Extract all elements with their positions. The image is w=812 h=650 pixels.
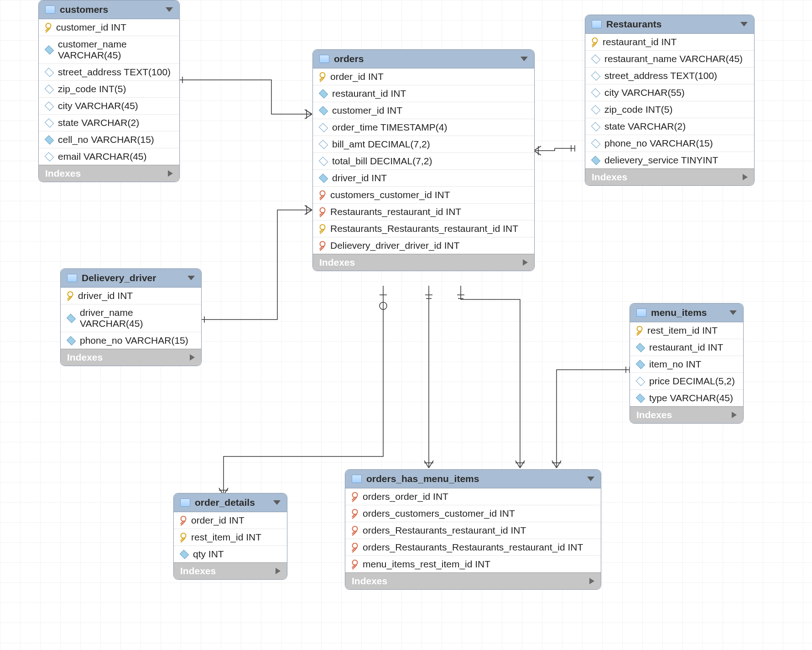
column-icon: [591, 122, 601, 131]
table-header[interactable]: customers: [39, 0, 179, 19]
column-label: item_no INT: [649, 359, 701, 370]
table-restaurants[interactable]: Restaurants restaurant_id INT restaurant…: [585, 15, 755, 186]
column-label: Restaurants_Restaurants_restaurant_id IN…: [330, 223, 518, 234]
column-label: restaurant_id INT: [603, 37, 677, 47]
column: rest_item_id INT: [630, 322, 743, 339]
column: orders_customers_customer_id INT: [345, 505, 601, 522]
column-icon: [636, 377, 645, 386]
chevron-down-icon[interactable]: [187, 276, 195, 280]
table-order-details[interactable]: order_details order_id INT rest_item_id …: [173, 493, 287, 580]
column: zip_code INT(5): [585, 101, 754, 118]
table-delivery-driver[interactable]: Delievery_driver driver_id INT driver_na…: [60, 268, 202, 366]
chevron-down-icon[interactable]: [740, 22, 748, 26]
column-icon: [636, 360, 645, 369]
column-icon: [45, 101, 54, 111]
column-label: order_id INT: [191, 515, 245, 526]
column-label: orders_customers_customer_id INT: [363, 508, 515, 519]
column: city VARCHAR(45): [39, 97, 179, 114]
chevron-down-icon[interactable]: [729, 310, 737, 315]
table-icon: [319, 55, 329, 63]
erd-canvas[interactable]: { "footer_label": "Indexes", "tables": {…: [0, 0, 812, 650]
column-icon: [319, 89, 328, 99]
table-title: orders: [334, 53, 364, 64]
table-header[interactable]: orders: [313, 50, 534, 68]
chevron-down-icon[interactable]: [521, 57, 528, 61]
table-icon: [180, 498, 190, 507]
chevron-right-icon: [523, 259, 528, 266]
indexes-section[interactable]: Indexes: [313, 254, 534, 271]
column-label: zip_code INT(5): [58, 84, 126, 94]
primary-key-icon: [179, 533, 188, 542]
column: orders_Restaurants_Restaurants_restauran…: [345, 539, 601, 556]
column: Delievery_driver_driver_id INT: [313, 237, 534, 254]
column: customer_name VARCHAR(45): [39, 36, 179, 63]
column: customers_customer_id INT: [313, 186, 534, 203]
column: state VARCHAR(2): [39, 114, 179, 131]
column-label: customer_name VARCHAR(45): [58, 39, 173, 61]
column: restaurant_name VARCHAR(45): [585, 50, 754, 67]
foreign-key-icon: [179, 516, 188, 525]
column-icon: [319, 140, 328, 149]
column-label: total_bill DECIMAL(7,2): [332, 156, 432, 167]
indexes-section[interactable]: Indexes: [585, 168, 754, 185]
column-icon: [591, 105, 601, 115]
column-label: order_id INT: [330, 71, 384, 82]
table-header[interactable]: order_details: [174, 493, 287, 512]
column-icon: [591, 88, 601, 98]
column: delievery_service TINYINT: [585, 152, 754, 168]
indexes-label: Indexes: [180, 566, 216, 577]
column-label: phone_no VARCHAR(15): [604, 138, 713, 149]
column: cell_no VARCHAR(15): [39, 131, 179, 148]
column-label: price DECIMAL(5,2): [649, 376, 735, 387]
column-label: street_address TEXT(100): [58, 67, 171, 78]
table-icon: [636, 309, 646, 317]
column-label: Restaurants_restaurant_id INT: [330, 206, 461, 217]
table-menu-items[interactable]: menu_items rest_item_id INT restaurant_i…: [630, 303, 744, 424]
column: driver_id INT: [313, 169, 534, 186]
column-label: driver_id INT: [332, 173, 387, 183]
column: rest_item_id INT: [174, 529, 287, 545]
column-icon: [45, 84, 54, 94]
column-label: driver_id INT: [78, 290, 133, 301]
column: price DECIMAL(5,2): [630, 372, 743, 389]
table-header[interactable]: menu_items: [630, 304, 743, 322]
chevron-down-icon[interactable]: [587, 477, 594, 481]
table-icon: [45, 5, 55, 14]
table-icon: [352, 475, 362, 483]
table-header[interactable]: Delievery_driver: [61, 269, 201, 288]
column: driver_id INT: [61, 288, 201, 304]
primary-key-icon: [44, 23, 53, 32]
chevron-down-icon[interactable]: [273, 500, 281, 505]
column-label: customer_id INT: [332, 105, 402, 116]
chevron-down-icon[interactable]: [166, 7, 173, 12]
table-header[interactable]: orders_has_menu_items: [345, 470, 601, 488]
table-columns: rest_item_id INT restaurant_id INT item_…: [630, 322, 743, 406]
indexes-label: Indexes: [352, 576, 387, 587]
column-icon: [636, 343, 645, 352]
column-icon: [591, 139, 601, 148]
column-label: rest_item_id INT: [647, 325, 718, 336]
column-label: rest_item_id INT: [191, 532, 261, 543]
column-label: state VARCHAR(2): [604, 121, 686, 132]
foreign-key-icon: [318, 207, 327, 216]
table-header[interactable]: Restaurants: [585, 15, 754, 34]
table-title: orders_has_menu_items: [366, 473, 479, 484]
indexes-section[interactable]: Indexes: [61, 349, 201, 366]
indexes-section[interactable]: Indexes: [630, 406, 743, 423]
column: restaurant_id INT: [313, 85, 534, 102]
indexes-section[interactable]: Indexes: [345, 572, 601, 589]
column-icon: [45, 68, 54, 77]
table-orders-has-menu-items[interactable]: orders_has_menu_items orders_order_id IN…: [345, 469, 601, 590]
indexes-section[interactable]: Indexes: [174, 562, 287, 579]
column: phone_no VARCHAR(15): [585, 135, 754, 152]
column-label: restaurant_name VARCHAR(45): [604, 53, 743, 64]
column: Restaurants_restaurant_id INT: [313, 203, 534, 220]
table-orders[interactable]: orders order_id INT restaurant_id INT cu…: [312, 49, 535, 271]
table-customers[interactable]: customers customer_id INT customer_name …: [38, 0, 180, 182]
indexes-section[interactable]: Indexes: [39, 165, 179, 182]
column-label: orders_Restaurants_restaurant_id INT: [363, 525, 526, 536]
primary-key-icon: [66, 291, 75, 300]
foreign-key-icon: [350, 526, 359, 535]
column-icon: [591, 156, 601, 165]
chevron-right-icon: [743, 174, 748, 180]
